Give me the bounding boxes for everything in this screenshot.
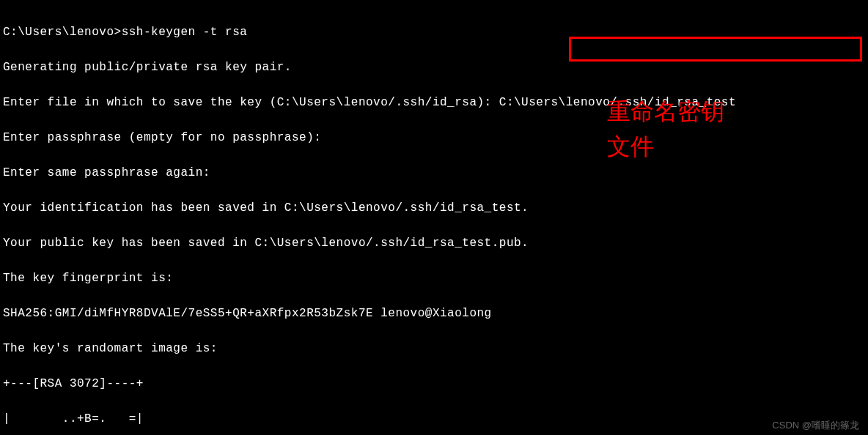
terminal-line: Enter same passphrase again: <box>3 164 865 182</box>
annotation-text: 重命名密钥 文件 <box>607 94 724 164</box>
terminal-line: Enter file in which to save the key (C:\… <box>3 94 865 111</box>
terminal-line: The key's randomart image is: <box>3 340 865 357</box>
terminal-output[interactable]: C:\Users\lenovo>ssh-keygen -t rsa Genera… <box>0 0 868 435</box>
terminal-line: Your public key has been saved in C:\Use… <box>3 234 865 252</box>
terminal-line: C:\Users\lenovo>ssh-keygen -t rsa <box>3 23 865 41</box>
terminal-line: Enter passphrase (empty for no passphras… <box>3 129 865 146</box>
terminal-line: The key fingerprint is: <box>3 269 865 287</box>
terminal-line: +---[RSA 3072]----+ <box>3 375 865 393</box>
terminal-line: | ..+B=. =| <box>3 410 865 428</box>
terminal-line: SHA256:GMI/diMfHYR8DVAlE/7eSS5+QR+aXRfpx… <box>3 305 865 322</box>
annotation-line2: 文件 <box>607 129 724 164</box>
terminal-line: Generating public/private rsa key pair. <box>3 59 865 76</box>
watermark-text: CSDN @嗜睡的篠龙 <box>772 419 859 432</box>
annotation-line1: 重命名密钥 <box>607 94 724 129</box>
terminal-line: Your identification has been saved in C:… <box>3 199 865 217</box>
